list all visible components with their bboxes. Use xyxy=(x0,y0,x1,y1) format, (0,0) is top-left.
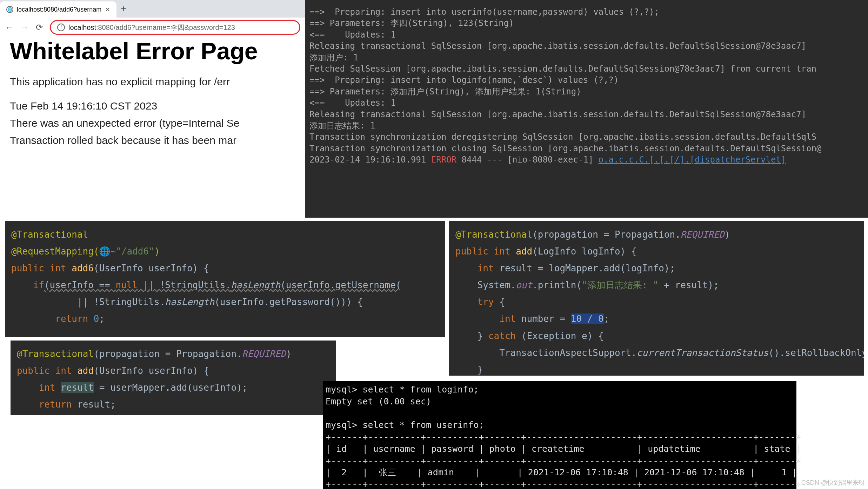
console-log[interactable]: ==> Preparing: insert into userinfo(user… xyxy=(305,0,868,218)
code-editor-controller[interactable]: @Transactional @RequestMapping(🌐~"/add6"… xyxy=(5,221,445,337)
nav-bar: ← → ⟳ i localhost:8080/add6?username=李四&… xyxy=(0,18,305,37)
new-tab-button[interactable]: + xyxy=(121,3,126,14)
code-editor-userservice[interactable]: @Transactional(propagation = Propagation… xyxy=(11,341,336,415)
error-type: There was an unexpected error (type=Inte… xyxy=(10,115,258,131)
url-text: localhost:8080/add6?username=李四&password… xyxy=(68,23,235,32)
browser-tab[interactable]: 🌐 localhost:8080/add6?usernam ✕ xyxy=(0,1,116,18)
globe-icon: 🌐 xyxy=(6,6,13,13)
browser-window: 🌐 localhost:8080/add6?usernam ✕ + ← → ⟳ … xyxy=(0,0,305,37)
error-description: This application has no explicit mapping… xyxy=(10,74,258,90)
error-timestamp: Tue Feb 14 19:16:10 CST 2023 xyxy=(10,98,258,114)
mysql-terminal[interactable]: mysql> select * from loginfo; Empty set … xyxy=(323,381,796,489)
forward-icon[interactable]: → xyxy=(20,22,29,32)
tab-title: localhost:8080/add6?usernam xyxy=(17,6,101,13)
code-editor-logservice[interactable]: @Transactional(propagation = Propagation… xyxy=(449,221,864,376)
error-message: Transaction rolled back because it has b… xyxy=(10,132,258,148)
page-title: Whitelabel Error Page xyxy=(10,37,258,65)
address-bar[interactable]: i localhost:8080/add6?username=李四&passwo… xyxy=(50,20,300,35)
watermark: CSDN @快到锅里来呀 xyxy=(801,478,865,487)
site-info-icon[interactable]: i xyxy=(57,24,65,31)
tab-strip: 🌐 localhost:8080/add6?usernam ✕ + xyxy=(0,0,305,18)
error-page: Whitelabel Error Page This application h… xyxy=(10,37,258,150)
back-icon[interactable]: ← xyxy=(5,22,13,32)
reload-icon[interactable]: ⟳ xyxy=(36,22,43,32)
close-icon[interactable]: ✕ xyxy=(105,6,110,13)
